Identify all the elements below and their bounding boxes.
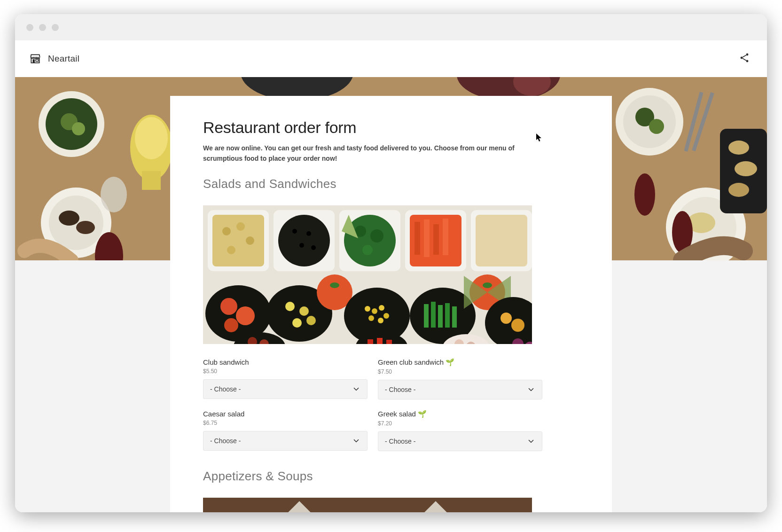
brand[interactable]: Neartail	[29, 53, 79, 65]
svg-point-92	[500, 313, 512, 324]
section-image-salads	[203, 205, 532, 344]
chevron-down-icon	[527, 437, 535, 446]
svg-point-80	[368, 315, 374, 321]
svg-point-73	[306, 316, 316, 325]
svg-rect-61	[433, 224, 439, 255]
svg-point-44	[246, 236, 254, 245]
select-label: - Choose -	[210, 385, 241, 393]
chevron-down-icon	[352, 437, 360, 445]
svg-rect-59	[414, 222, 420, 255]
chevron-down-icon	[527, 385, 535, 394]
menu-item-greek-salad: Greek salad 🌱 $7.20 - Choose -	[378, 410, 542, 451]
quantity-select[interactable]: - Choose -	[203, 379, 368, 399]
traffic-lights	[26, 24, 59, 31]
section-image-soups	[203, 498, 532, 512]
quantity-select[interactable]: - Choose -	[378, 431, 542, 451]
traffic-light-minimize[interactable]	[39, 24, 46, 31]
svg-point-70	[285, 302, 295, 311]
svg-rect-88	[452, 306, 457, 328]
item-name: Club sandwich	[203, 358, 368, 366]
svg-point-27	[649, 119, 664, 134]
svg-rect-100	[386, 340, 392, 344]
svg-rect-98	[368, 339, 373, 344]
svg-point-78	[372, 308, 377, 314]
svg-rect-2	[36, 59, 38, 61]
svg-point-51	[311, 245, 316, 250]
item-price: $6.75	[203, 420, 368, 426]
item-price: $7.50	[378, 368, 542, 375]
svg-point-14	[59, 211, 79, 226]
svg-point-17	[135, 117, 168, 159]
svg-point-71	[299, 306, 309, 316]
svg-rect-86	[438, 305, 443, 328]
menu-item-club-sandwich: Club sandwich $5.50 - Choose -	[203, 358, 368, 399]
app-header: Neartail	[15, 40, 767, 77]
svg-point-77	[365, 306, 370, 312]
browser-toolbar	[15, 14, 767, 40]
svg-point-79	[379, 305, 384, 311]
svg-rect-87	[445, 303, 450, 328]
svg-point-66	[220, 298, 237, 315]
svg-rect-18	[142, 171, 161, 190]
form-card: Restaurant order form We are now online.…	[170, 96, 612, 512]
traffic-light-close[interactable]	[26, 24, 33, 31]
item-price: $7.20	[378, 420, 542, 427]
svg-point-72	[292, 318, 302, 328]
item-name: Greek salad 🌱	[378, 410, 542, 418]
svg-rect-85	[431, 302, 436, 328]
traffic-light-zoom[interactable]	[52, 24, 59, 31]
svg-rect-62	[443, 219, 448, 255]
svg-point-31	[728, 141, 749, 155]
svg-point-19	[101, 177, 127, 212]
brand-label: Neartail	[48, 54, 79, 64]
svg-rect-108	[203, 498, 532, 512]
browser-window: Neartail	[15, 14, 767, 512]
svg-point-5	[746, 60, 749, 62]
select-label: - Choose -	[385, 438, 415, 445]
svg-rect-60	[424, 219, 430, 257]
page-title: Restaurant order form	[203, 118, 579, 137]
section-heading-salads: Salads and Sandwiches	[203, 177, 579, 191]
item-price: $5.50	[203, 368, 368, 375]
select-label: - Choose -	[385, 386, 415, 393]
svg-point-49	[306, 231, 311, 236]
svg-point-45	[227, 246, 235, 254]
share-button[interactable]	[736, 49, 753, 68]
svg-point-48	[292, 229, 297, 234]
svg-point-11	[72, 122, 85, 135]
svg-point-42	[222, 227, 231, 235]
svg-point-90	[483, 282, 492, 288]
svg-point-43	[236, 222, 245, 231]
select-label: - Choose -	[210, 437, 241, 445]
chevron-down-icon	[352, 385, 360, 393]
svg-rect-1	[33, 59, 35, 63]
item-name: Green club sandwich 🌱	[378, 358, 542, 367]
svg-point-50	[299, 243, 304, 248]
svg-rect-84	[424, 304, 429, 328]
svg-point-55	[370, 229, 383, 243]
svg-point-81	[378, 318, 383, 323]
quantity-select[interactable]: - Choose -	[378, 380, 542, 399]
svg-point-93	[511, 319, 524, 332]
svg-point-68	[224, 318, 238, 332]
svg-point-29	[634, 173, 655, 216]
svg-rect-64	[476, 215, 527, 266]
svg-point-56	[362, 245, 373, 255]
svg-point-47	[278, 215, 330, 266]
page-subtitle: We are now online. You can get our fresh…	[203, 143, 541, 164]
storefront-icon	[29, 53, 41, 65]
quantity-select[interactable]: - Choose -	[203, 431, 368, 451]
svg-point-15	[76, 221, 95, 234]
section-heading-appetizers: Appetizers & Soups	[203, 469, 579, 484]
svg-rect-41	[212, 215, 264, 266]
menu-item-caesar-salad: Caesar salad $6.75 - Choose -	[203, 410, 368, 451]
item-name: Caesar salad	[203, 410, 368, 418]
svg-point-32	[735, 161, 757, 176]
svg-point-82	[383, 313, 389, 319]
content-area: Restaurant order form We are now online.…	[15, 77, 767, 512]
svg-point-75	[330, 282, 339, 288]
svg-point-67	[236, 306, 255, 325]
svg-point-4	[741, 56, 743, 59]
items-grid-salads: Club sandwich $5.50 - Choose - Green clu…	[203, 358, 542, 451]
share-icon	[739, 52, 750, 63]
